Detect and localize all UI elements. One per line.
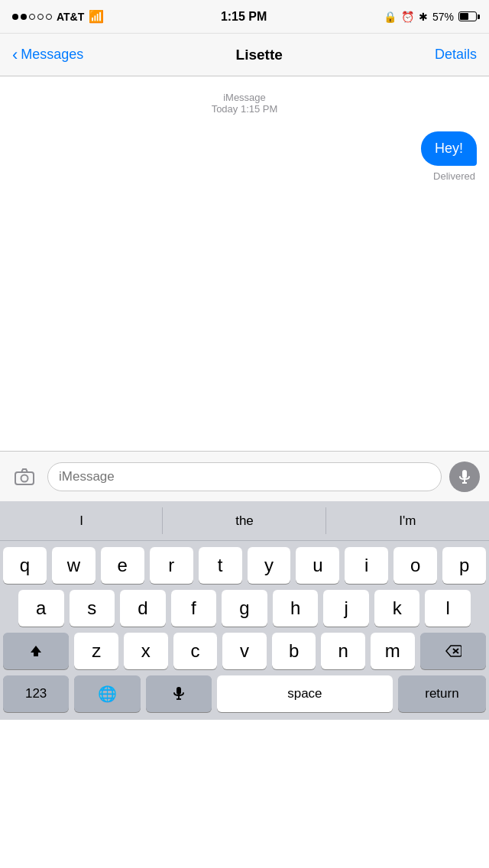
predictive-bar: I the I'm xyxy=(0,501,489,541)
predictive-text-0: I xyxy=(79,513,83,529)
num-key[interactable]: 123 xyxy=(3,675,69,712)
return-key[interactable]: return xyxy=(398,675,486,712)
key-row-1: q w e r t y u i o p xyxy=(0,541,489,584)
status-left: AT&T 📶 xyxy=(12,9,104,24)
shift-key[interactable] xyxy=(3,633,69,669)
battery-percentage: 57% xyxy=(432,11,454,23)
key-x[interactable]: x xyxy=(124,633,168,669)
bluetooth-icon: ✱ xyxy=(419,11,428,23)
predictive-text-1: the xyxy=(235,513,254,529)
alarm-icon: ⏰ xyxy=(401,11,414,23)
predictive-item-2[interactable]: I'm xyxy=(326,501,489,540)
message-row: Hey! xyxy=(0,122,489,169)
key-c[interactable]: c xyxy=(173,633,218,669)
key-z[interactable]: z xyxy=(74,633,118,669)
status-right: 🔒 ⏰ ✱ 57% xyxy=(384,11,477,23)
keyboard-mic-key[interactable] xyxy=(146,675,212,712)
svg-point-1 xyxy=(21,474,28,481)
space-key[interactable]: space xyxy=(217,675,393,712)
key-row-2: a s d f g h j k l xyxy=(0,584,489,627)
key-e[interactable]: e xyxy=(101,547,144,584)
key-m[interactable]: m xyxy=(371,633,415,669)
key-i[interactable]: i xyxy=(345,547,388,584)
key-row-3: z x c v b n m xyxy=(0,627,489,669)
predictive-item-0[interactable]: I xyxy=(0,501,163,540)
key-b[interactable]: b xyxy=(272,633,316,669)
battery-icon xyxy=(458,11,477,21)
key-r[interactable]: r xyxy=(150,547,193,584)
back-label: Messages xyxy=(21,47,83,63)
key-p[interactable]: p xyxy=(442,547,486,584)
key-j[interactable]: j xyxy=(323,590,369,627)
key-n[interactable]: n xyxy=(321,633,365,669)
key-y[interactable]: y xyxy=(248,547,291,584)
wifi-icon: 📶 xyxy=(89,9,104,24)
key-l[interactable]: l xyxy=(425,590,471,627)
svg-rect-0 xyxy=(15,472,34,484)
message-time: Today 1:15 PM xyxy=(0,103,489,115)
key-row-bottom: 123 🌐 space return xyxy=(0,669,489,720)
camera-button[interactable] xyxy=(9,462,40,492)
message-type: iMessage xyxy=(0,92,489,103)
lock-icon: 🔒 xyxy=(384,11,397,23)
globe-key[interactable]: 🌐 xyxy=(74,675,140,712)
carrier-name: AT&T xyxy=(57,11,84,23)
back-chevron-icon: ‹ xyxy=(12,45,18,65)
input-area xyxy=(0,451,489,501)
key-d[interactable]: d xyxy=(120,590,166,627)
predictive-text-2: I'm xyxy=(399,513,416,529)
dot-1 xyxy=(12,14,18,20)
key-s[interactable]: s xyxy=(70,590,115,627)
key-v[interactable]: v xyxy=(222,633,267,669)
details-button[interactable]: Details xyxy=(435,47,477,63)
delete-key[interactable] xyxy=(420,633,486,669)
conversation-title: Lisette xyxy=(236,47,283,63)
dot-3 xyxy=(29,14,35,20)
keyboard: q w e r t y u i o p a s d f g h j k l z … xyxy=(0,541,489,720)
dot-4 xyxy=(37,14,44,20)
key-q[interactable]: q xyxy=(3,547,47,584)
key-w[interactable]: w xyxy=(52,547,96,584)
key-g[interactable]: g xyxy=(222,590,267,627)
svg-rect-2 xyxy=(462,470,467,478)
dot-2 xyxy=(21,14,27,20)
key-t[interactable]: t xyxy=(199,547,242,584)
delivered-label: Delivered xyxy=(0,170,489,182)
mic-button[interactable] xyxy=(449,462,480,492)
key-o[interactable]: o xyxy=(393,547,437,584)
timestamp-label: iMessage Today 1:15 PM xyxy=(0,92,489,115)
sent-bubble: Hey! xyxy=(421,131,477,166)
key-f[interactable]: f xyxy=(171,590,217,627)
key-a[interactable]: a xyxy=(18,590,64,627)
status-time: 1:15 PM xyxy=(221,10,267,24)
message-area: iMessage Today 1:15 PM Hey! Delivered xyxy=(0,76,489,451)
message-input[interactable] xyxy=(47,462,442,491)
key-k[interactable]: k xyxy=(374,590,420,627)
predictive-item-1[interactable]: the xyxy=(163,501,325,540)
key-u[interactable]: u xyxy=(296,547,339,584)
back-button[interactable]: ‹ Messages xyxy=(12,45,83,65)
signal-dots xyxy=(12,14,52,20)
svg-rect-7 xyxy=(176,687,181,695)
key-h[interactable]: h xyxy=(273,590,319,627)
status-bar: AT&T 📶 1:15 PM 🔒 ⏰ ✱ 57% xyxy=(0,0,489,34)
nav-bar: ‹ Messages Lisette Details xyxy=(0,34,489,76)
dot-5 xyxy=(46,14,52,20)
